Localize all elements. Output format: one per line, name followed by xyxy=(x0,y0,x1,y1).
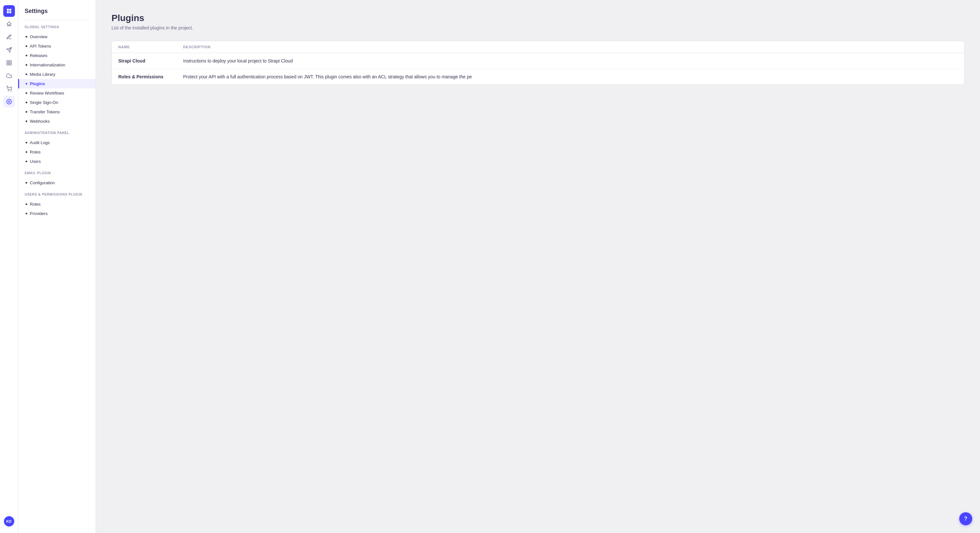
user-avatar[interactable]: KD xyxy=(4,516,14,527)
webhooks-nav[interactable]: Webhooks xyxy=(18,117,95,126)
media-nav-icon[interactable] xyxy=(3,57,15,69)
nav-bullet xyxy=(25,121,27,122)
builder-nav-icon[interactable] xyxy=(3,44,15,56)
svg-rect-2 xyxy=(7,11,9,13)
users-nav-label: Users xyxy=(30,159,41,164)
roles-admin-nav-label: Roles xyxy=(30,150,40,154)
nav-bullet xyxy=(25,111,27,113)
single-sign-on-nav-label: Single Sign-On xyxy=(30,100,58,105)
plugin-name-strapi-cloud: Strapi Cloud xyxy=(118,58,183,63)
nav-bullet xyxy=(25,203,27,205)
providers-nav[interactable]: Providers xyxy=(18,209,95,218)
page-title: Plugins xyxy=(111,13,964,23)
nav-bullet xyxy=(25,182,27,184)
users-nav[interactable]: Users xyxy=(18,157,95,166)
table-header: NAME DESCRIPTION xyxy=(112,41,964,53)
svg-rect-9 xyxy=(7,63,8,65)
plugin-desc-strapi-cloud: Instructions to deploy your local projec… xyxy=(183,58,958,63)
audit-logs-nav-label: Audit Logs xyxy=(30,140,49,145)
settings-title: Settings xyxy=(18,8,95,20)
plugins-table: NAME DESCRIPTION Strapi Cloud Instructio… xyxy=(111,41,964,85)
nav-bullet xyxy=(25,213,27,214)
nav-bullet xyxy=(25,73,27,75)
providers-nav-label: Providers xyxy=(30,211,48,216)
help-button[interactable]: ? xyxy=(959,512,972,525)
svg-rect-8 xyxy=(10,63,11,65)
plugin-desc-roles-permissions: Protect your API with a full authenticat… xyxy=(183,74,958,79)
configuration-nav-label: Configuration xyxy=(30,180,55,185)
internationalization-nav[interactable]: Internationalization xyxy=(18,60,95,70)
api-tokens-nav[interactable]: API Tokens xyxy=(18,41,95,51)
svg-point-11 xyxy=(11,90,11,91)
svg-rect-3 xyxy=(9,11,11,13)
overview-nav[interactable]: Overview xyxy=(18,32,95,41)
nav-bullet xyxy=(25,102,27,103)
nav-bullet xyxy=(25,92,27,94)
marketplace-nav-icon[interactable] xyxy=(3,83,15,95)
email-plugin-section-label: EMAIL PLUGIN xyxy=(18,171,95,178)
table-row: Roles & Permissions Protect your API wit… xyxy=(112,69,964,84)
transfer-tokens-nav[interactable]: Transfer Tokens xyxy=(18,107,95,117)
nav-bullet xyxy=(25,142,27,143)
settings-nav-icon[interactable] xyxy=(3,96,15,108)
plugins-nav[interactable]: Plugins xyxy=(18,79,95,89)
review-workflows-nav[interactable]: Review Workflows xyxy=(18,89,95,98)
users-permissions-section-label: USERS & PERMISSIONS PLUGIN xyxy=(18,193,95,200)
svg-point-12 xyxy=(8,101,10,103)
audit-logs-nav[interactable]: Audit Logs xyxy=(18,138,95,148)
nav-bullet xyxy=(25,151,27,153)
api-tokens-nav-label: API Tokens xyxy=(30,44,51,49)
icon-sidebar: KD xyxy=(0,0,18,533)
main-content: Plugins List of the installed plugins in… xyxy=(96,0,980,533)
svg-rect-6 xyxy=(7,60,8,62)
plugins-nav-label: Plugins xyxy=(30,81,45,86)
home-nav-icon[interactable] xyxy=(3,18,15,30)
svg-rect-7 xyxy=(10,60,11,62)
roles-users-nav-label: Roles xyxy=(30,202,40,206)
nav-bullet xyxy=(25,45,27,47)
webhooks-nav-label: Webhooks xyxy=(30,119,49,124)
configuration-nav[interactable]: Configuration xyxy=(18,178,95,187)
svg-rect-0 xyxy=(7,9,9,11)
nav-bullet xyxy=(25,64,27,66)
app-logo[interactable] xyxy=(3,5,15,17)
name-column-header: NAME xyxy=(118,45,183,49)
nav-bullet xyxy=(25,36,27,38)
page-subtitle: List of the installed plugins in the pro… xyxy=(111,25,964,30)
roles-admin-nav[interactable]: Roles xyxy=(18,148,95,157)
table-row: Strapi Cloud Instructions to deploy your… xyxy=(112,53,964,69)
overview-nav-label: Overview xyxy=(30,34,47,39)
description-column-header: DESCRIPTION xyxy=(183,45,958,49)
nav-bullet xyxy=(25,55,27,56)
icon-sidebar-bottom: KD xyxy=(4,516,14,529)
svg-rect-1 xyxy=(9,9,11,11)
releases-nav[interactable]: Releases xyxy=(18,51,95,60)
nav-sidebar: Settings GLOBAL SETTINGS Overview API To… xyxy=(18,0,96,533)
media-library-nav[interactable]: Media Library xyxy=(18,70,95,79)
single-sign-on-nav[interactable]: Single Sign-On xyxy=(18,98,95,107)
admin-panel-section-label: ADMINISTRATION PANEL xyxy=(18,131,95,138)
internationalization-nav-label: Internationalization xyxy=(30,62,65,67)
nav-bullet xyxy=(25,83,27,84)
releases-nav-label: Releases xyxy=(30,53,47,58)
transfer-tokens-nav-label: Transfer Tokens xyxy=(30,109,60,114)
plugin-name-roles-permissions: Roles & Permissions xyxy=(118,74,183,79)
cloud-nav-icon[interactable] xyxy=(3,70,15,82)
svg-point-10 xyxy=(8,90,9,91)
media-library-nav-label: Media Library xyxy=(30,72,56,77)
review-workflows-nav-label: Review Workflows xyxy=(30,90,64,95)
roles-users-nav[interactable]: Roles xyxy=(18,200,95,209)
nav-bullet xyxy=(25,160,27,162)
global-settings-section-label: GLOBAL SETTINGS xyxy=(18,25,95,32)
content-nav-icon[interactable] xyxy=(3,31,15,43)
nav-divider xyxy=(25,20,89,20)
icon-sidebar-top xyxy=(3,4,15,515)
